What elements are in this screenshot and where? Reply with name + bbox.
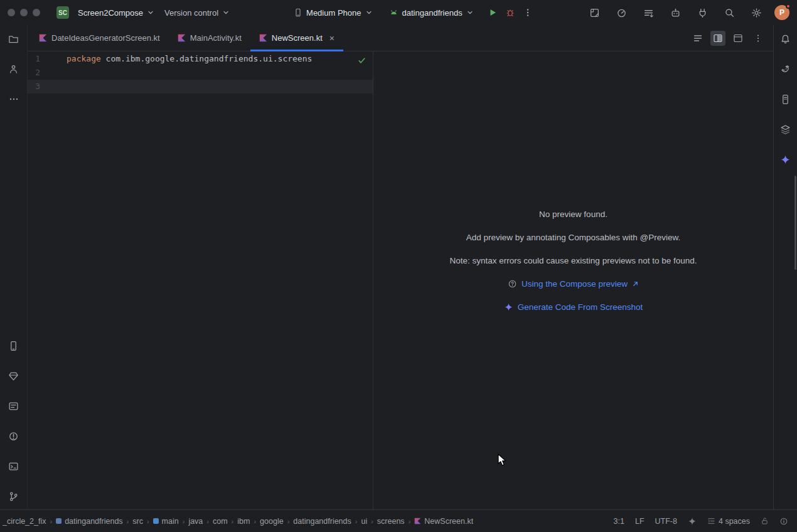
diamond-icon xyxy=(8,371,19,381)
breadcrumb-item[interactable]: com xyxy=(213,517,228,526)
breadcrumb-separator: › xyxy=(50,518,52,525)
gemini-tool-button[interactable] xyxy=(778,152,793,167)
run-config-selector[interactable]: datingandfriends xyxy=(384,5,479,21)
inspections-widget[interactable] xyxy=(357,56,366,65)
zoom-window-button[interactable] xyxy=(33,9,40,16)
layers-icon xyxy=(780,124,791,135)
more-tool-windows-button[interactable] xyxy=(6,92,21,107)
search-everywhere-button[interactable] xyxy=(720,4,738,21)
breadcrumb-label: src xyxy=(132,517,143,526)
running-devices-icon xyxy=(8,341,19,351)
breadcrumb-item[interactable]: screens xyxy=(377,517,405,526)
terminal-tool-button[interactable] xyxy=(6,459,21,474)
encoding-widget[interactable]: UTF-8 xyxy=(655,517,677,526)
settings-button[interactable] xyxy=(747,4,765,21)
breadcrumb-item[interactable]: src xyxy=(132,517,143,526)
project-tool-button[interactable] xyxy=(6,31,21,46)
device-selector[interactable]: Medium Phone xyxy=(289,5,377,21)
tab-dateideasgeneratorscreen[interactable]: DateIdeasGeneratorScreen.kt xyxy=(30,25,169,51)
breadcrumb-item[interactable]: ui xyxy=(361,517,367,526)
breadcrumbs: _circle_2_fix › datingandfriends › src ›… xyxy=(3,517,473,526)
play-icon xyxy=(488,8,498,18)
gradle-tool-button[interactable] xyxy=(778,61,793,77)
android-app-icon xyxy=(389,8,398,18)
notifications-button[interactable] xyxy=(778,31,793,46)
device-explorer-button[interactable] xyxy=(778,92,793,107)
structure-tool-button[interactable] xyxy=(6,61,21,77)
gemini-icon xyxy=(504,302,513,312)
right-tool-stripe xyxy=(773,25,797,509)
minimize-window-button[interactable] xyxy=(20,9,28,16)
breadcrumb-separator: › xyxy=(355,518,358,525)
layout-inspector-button[interactable] xyxy=(586,4,603,21)
compose-preview-help-link[interactable]: Using the Compose preview xyxy=(508,279,639,289)
titlebar: SC Screen2Compose Version control Medium… xyxy=(0,0,797,25)
debug-button[interactable] xyxy=(501,4,519,21)
code-view-toggle[interactable] xyxy=(690,31,705,46)
line-number[interactable]: 3 xyxy=(28,80,40,93)
device-name: Medium Phone xyxy=(306,8,361,18)
code-editor[interactable]: 1 package com.ibm.google.datingandfriend… xyxy=(28,51,373,509)
module-icon xyxy=(56,518,62,524)
split-view-toggle[interactable] xyxy=(710,31,725,46)
close-tab-icon[interactable]: × xyxy=(329,34,334,43)
breadcrumb-item[interactable]: datingandfriends xyxy=(56,517,122,526)
generate-link-label: Generate Code From Screenshot xyxy=(518,302,643,312)
avatar-initial: P xyxy=(779,8,784,17)
breadcrumb-item-file[interactable]: NewScreen.kt xyxy=(414,517,473,526)
studio-bot-button[interactable] xyxy=(666,4,684,21)
run-button[interactable] xyxy=(484,4,501,21)
git-branch-icon xyxy=(8,491,19,502)
code-line: 2 xyxy=(28,66,373,80)
breadcrumb-item[interactable]: datingandfriends xyxy=(293,517,351,526)
logcat-button[interactable] xyxy=(639,4,657,21)
line-number[interactable]: 1 xyxy=(28,52,40,66)
line-separator-widget[interactable]: LF xyxy=(635,517,645,526)
scrollbar-thumb[interactable] xyxy=(794,176,796,270)
code-text: package com.ibm.google.datingandfriends.… xyxy=(40,52,312,66)
vcs-selector[interactable]: Version control xyxy=(159,5,235,21)
plugins-button[interactable] xyxy=(693,4,711,21)
breadcrumb-separator: › xyxy=(147,518,149,525)
project-selector[interactable]: Screen2Compose xyxy=(73,5,159,21)
gemini-icon xyxy=(688,517,697,526)
close-window-button[interactable] xyxy=(8,9,15,16)
caret-position-widget[interactable]: 3:1 xyxy=(614,517,624,526)
breadcrumb-item[interactable]: _circle_2_fix xyxy=(3,517,46,526)
editor-options-button[interactable] xyxy=(751,31,766,46)
vcs-label: Version control xyxy=(164,8,218,18)
line-number[interactable]: 2 xyxy=(28,66,40,80)
breadcrumb-item[interactable]: ibm xyxy=(237,517,250,526)
project-logo: SC xyxy=(56,6,69,19)
tab-mainactivity[interactable]: MainActivity.kt xyxy=(169,25,250,51)
status-info-widget[interactable] xyxy=(779,517,788,526)
resource-manager-tool-button[interactable] xyxy=(6,368,21,383)
running-devices-tool-button[interactable] xyxy=(6,338,21,353)
kotlin-icon xyxy=(39,34,47,42)
device-manager-button[interactable] xyxy=(778,122,793,137)
design-view-toggle[interactable] xyxy=(730,31,746,46)
breadcrumb-label: _circle_2_fix xyxy=(3,517,46,526)
breadcrumb-item[interactable]: java xyxy=(188,517,203,526)
generate-code-from-screenshot-link[interactable]: Generate Code From Screenshot xyxy=(504,302,643,312)
breadcrumb-label: ui xyxy=(361,517,367,526)
readonly-widget[interactable] xyxy=(761,517,769,525)
profiler-button[interactable] xyxy=(612,4,630,21)
tab-newscreen[interactable]: NewScreen.kt × xyxy=(250,25,343,51)
avatar[interactable]: P xyxy=(774,5,789,20)
version-control-tool-button[interactable] xyxy=(6,489,21,504)
indent-widget[interactable]: 4 spaces xyxy=(707,517,750,526)
problems-tool-button[interactable] xyxy=(6,428,21,444)
phone-icon xyxy=(294,8,302,17)
more-actions-button[interactable] xyxy=(519,4,537,21)
breadcrumb-item[interactable]: main xyxy=(153,517,179,526)
breadcrumb-item[interactable]: google xyxy=(260,517,284,526)
ai-status-widget[interactable] xyxy=(688,517,697,526)
tab-label: NewScreen.kt xyxy=(272,33,323,43)
ellipsis-icon xyxy=(9,94,19,104)
info-circle-icon xyxy=(779,517,788,526)
logcat-tool-button[interactable] xyxy=(6,398,21,413)
kotlin-icon xyxy=(178,34,186,42)
unlock-icon xyxy=(761,517,769,525)
source-root-icon xyxy=(153,518,159,524)
